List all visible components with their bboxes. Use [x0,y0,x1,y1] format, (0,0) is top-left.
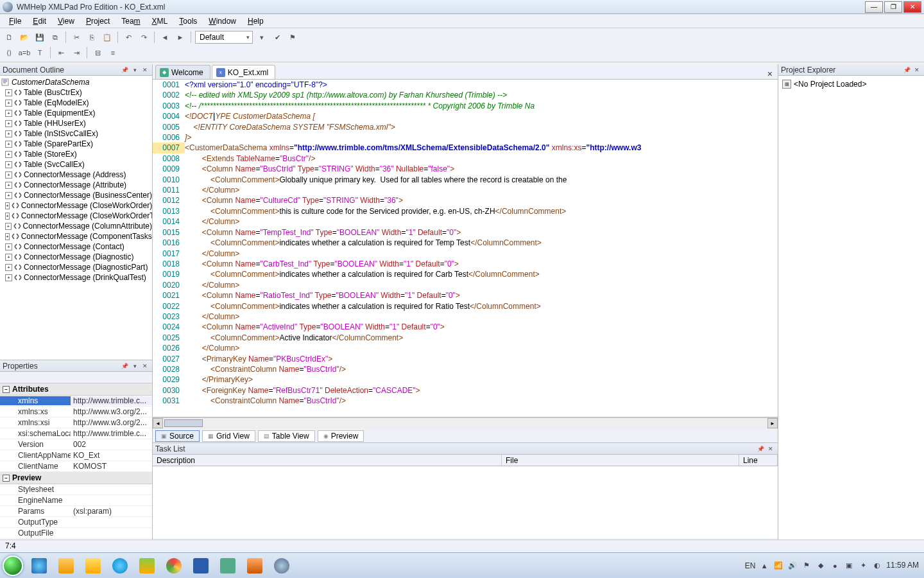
expand-icon[interactable]: + [5,110,12,117]
taskbar-skype[interactable] [107,556,133,576]
outline-node[interactable]: +Table (EquipmentEx) [0,108,152,118]
taskbar-word[interactable] [188,556,214,576]
outline-node[interactable]: +ConnectorMessage (ColumnAttribute) [0,221,152,231]
tray-icon-1[interactable]: ▲ [759,561,769,571]
taskbar-explorer[interactable] [53,556,79,576]
expand-icon[interactable]: + [5,264,12,271]
col-file[interactable]: File [502,455,739,466]
outline-menu-icon[interactable]: ▾ [130,66,139,74]
menu-xml[interactable]: XML [147,15,173,27]
format-icon[interactable]: ≡ [107,46,119,59]
outline-tree[interactable]: CustomerDataSchema +Table (BusCtrEx)+Tab… [0,76,152,360]
paste-icon[interactable]: 📋 [101,31,114,44]
taskbar-app4[interactable] [242,556,268,576]
new-file-icon[interactable]: 🗋 [3,31,15,44]
close-button[interactable]: ✕ [903,1,921,13]
property-row[interactable]: EngineName [0,495,152,506]
schema-combo[interactable]: Default [195,31,253,44]
prop-section-attributes[interactable]: −Attributes [0,383,152,396]
expand-icon[interactable]: + [5,243,12,250]
props-close-icon[interactable]: ✕ [141,362,150,371]
viewtab-grid[interactable]: ▦Grid View [202,430,255,442]
start-button[interactable] [0,553,26,579]
menu-tools[interactable]: Tools [174,15,202,27]
expand-icon[interactable]: + [5,233,10,240]
open-file-icon[interactable]: 📂 [18,31,31,44]
tray-icon-4[interactable]: ● [830,561,840,571]
expand-icon[interactable]: + [5,161,12,168]
expand-icon[interactable]: + [5,202,10,209]
expand-icon[interactable]: + [5,171,12,179]
property-value[interactable]: KOMOST [71,462,152,471]
col-description[interactable]: Description [153,455,502,466]
col-line[interactable]: Line [739,455,778,466]
indent-icon[interactable]: ⇥ [70,46,83,59]
outline-node[interactable]: +ConnectorMessage (Address) [0,170,152,180]
menu-view[interactable]: View [53,15,80,27]
viewtab-table[interactable]: ▤Table View [258,430,315,442]
taskbar-app2[interactable] [134,556,160,576]
taskbar-app1[interactable] [80,556,106,576]
property-row[interactable]: xmlns:xsihttp://www.w3.org/2... [0,417,152,428]
tray-network-icon[interactable]: 📶 [773,561,783,571]
taskbar-xmlpad[interactable] [269,556,295,576]
nav-fwd-icon[interactable]: ► [174,31,187,44]
expand-icon[interactable]: + [5,100,12,107]
save-all-icon[interactable]: ⧉ [49,31,62,44]
outline-node[interactable]: +Table (HHUserEx) [0,118,152,128]
taskbar-ie[interactable] [26,556,52,576]
minimize-button[interactable]: — [865,1,883,13]
property-row[interactable]: xsi:schemaLoca...http://www.trimble.c... [0,428,152,439]
outline-root[interactable]: CustomerDataSchema [0,77,152,87]
property-value[interactable]: http://www.w3.org/2... [71,407,152,416]
property-row[interactable]: OutputFile [0,528,152,539]
tray-icon-2[interactable]: ⚑ [801,561,812,571]
property-value[interactable]: 002 [71,440,152,449]
outline-node[interactable]: +Table (EqModelEx) [0,98,152,108]
tray-volume-icon[interactable]: 🔊 [787,561,798,571]
outline-node[interactable]: +ConnectorMessage (CloseWorkOrder) [0,200,152,211]
editor-hscrollbar[interactable]: ◄► [153,417,778,429]
redo-icon[interactable]: ↷ [137,31,150,44]
outline-close-icon[interactable]: ✕ [141,66,150,74]
cut-icon[interactable]: ✂ [70,31,83,44]
outline-node[interactable]: +Table (SparePartEx) [0,139,152,149]
expand-icon[interactable]: + [5,223,12,230]
insert-element-icon[interactable]: ⟨⟩ [3,46,15,59]
expand-icon[interactable]: + [5,130,12,137]
insert-attr-icon[interactable]: a=b [18,46,31,59]
property-row[interactable]: xmlns:xshttp://www.w3.org/2... [0,407,152,417]
code-editor[interactable]: 0001<?xml version="1.0" encoding="UTF-8"… [153,80,778,417]
project-autohide-icon[interactable]: 📌 [902,66,911,74]
outdent-icon[interactable]: ⇤ [55,46,67,59]
menu-help[interactable]: Help [243,15,269,27]
tasklist-autohide-icon[interactable]: 📌 [756,444,765,453]
tray-icon-3[interactable]: ◆ [816,561,826,571]
validate-icon[interactable]: ✔ [271,31,284,44]
language-indicator[interactable]: EN [745,561,756,570]
wellformed-icon[interactable]: ⚑ [286,31,299,44]
expand-icon[interactable]: + [5,254,12,261]
project-close-icon[interactable]: ✕ [912,66,921,74]
expand-icon[interactable]: + [5,151,12,158]
outline-node[interactable]: +ConnectorMessage (Attribute) [0,180,152,190]
outline-node[interactable]: +ConnectorMessage (DrinkQualTest) [0,272,152,283]
copy-icon[interactable]: ⎘ [85,31,98,44]
outline-node[interactable]: +ConnectorMessage (CloseWorkOrderTasks) [0,211,152,221]
taskbar-chrome[interactable] [161,556,187,576]
dropdown-icon[interactable]: ▾ [255,31,268,44]
viewtab-source[interactable]: ▣Source [155,430,200,442]
props-autohide-icon[interactable]: 📌 [120,362,129,371]
outline-node[interactable]: +Table (InStSvcCallEx) [0,128,152,139]
project-explorer-body[interactable]: ⊞ <No Project Loaded> [778,76,924,552]
menu-team[interactable]: Team [116,15,145,27]
menu-window[interactable]: Window [203,15,241,27]
property-row[interactable]: ClientNameKOMOST [0,461,152,472]
tab-ko-ext[interactable]: xKO_Ext.xml [212,65,275,79]
maximize-button[interactable]: ❐ [884,1,902,13]
taskbar-app3[interactable] [215,556,241,576]
outline-node[interactable]: +ConnectorMessage (ComponentTasks) [0,231,152,241]
outline-node[interactable]: +Table (StoreEx) [0,149,152,159]
property-row[interactable]: Params(xsl:param) [0,506,152,517]
expand-icon[interactable]: + [5,141,12,148]
